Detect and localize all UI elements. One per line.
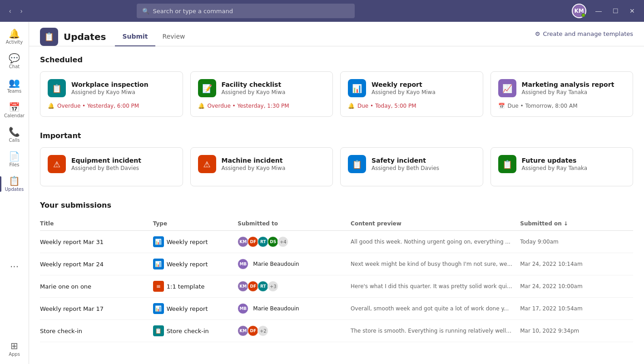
machine-incident-title: Machine incident — [222, 157, 286, 164]
type-label: Weekly report — [167, 305, 208, 312]
more-avatars: +3 — [268, 281, 278, 292]
close-button[interactable]: ✕ — [626, 5, 639, 16]
type-badge: 📊 Weekly report — [153, 259, 238, 269]
title-bar: ‹ › 🔍 Search or type a command KM — ☐ ✕ — [0, 0, 644, 22]
card-machine-incident[interactable]: ⚠ Machine incident Assigned by Kayo Miwa — [190, 147, 333, 186]
calendar-icon: 📅 — [9, 103, 20, 112]
submitted-on: Mar 24, 2022 10:14am — [520, 261, 633, 267]
sidebar-item-more[interactable]: ··· — [2, 259, 27, 275]
important-section: Important ⚠ Equipment incident Assigned … — [40, 131, 633, 186]
search-bar[interactable]: 🔍 Search or type a command — [137, 4, 355, 18]
avatar: KM — [238, 236, 248, 247]
sidebar-label-apps: Apps — [9, 352, 20, 357]
tab-review[interactable]: Review — [155, 27, 193, 46]
equipment-incident-subtitle: Assigned by Beth Davies — [71, 165, 141, 171]
forward-button[interactable]: › — [17, 5, 26, 16]
row-title: Store check-in — [40, 328, 153, 334]
col-submitted-on: Submitted on ↓ — [520, 220, 633, 227]
facility-checklist-status: 🔔 Overdue • Yesterday, 1:30 PM — [198, 103, 326, 109]
marketing-status: 📅 Due • Tomorrow, 8:00 AM — [498, 103, 626, 109]
avatar: DF — [248, 281, 258, 292]
search-placeholder: Search or type a command — [153, 8, 233, 15]
scheduled-title: Scheduled — [40, 55, 633, 64]
avatar: KM — [238, 281, 248, 292]
important-title: Important — [40, 131, 633, 140]
table-row[interactable]: Weekly report Mar 31 📊 Weekly report KM … — [40, 231, 633, 253]
card-workplace-inspection[interactable]: 📋 Workplace inspection Assigned by Kayo … — [40, 71, 183, 117]
table-row[interactable]: Marie one on one ≡ 1:1 template KM DF RT… — [40, 275, 633, 298]
sidebar-item-files[interactable]: 📄 Files — [2, 148, 27, 171]
table-row[interactable]: Weekly report Mar 24 📊 Weekly report MB … — [40, 253, 633, 275]
type-icon: 📋 — [153, 325, 164, 336]
sidebar-item-apps[interactable]: ⊞ Apps — [2, 338, 27, 360]
sidebar-label-chat: Chat — [9, 64, 20, 69]
card-facility-checklist[interactable]: 📝 Facility checklist Assigned by Kayo Mi… — [190, 71, 333, 117]
sidebar-item-calendar[interactable]: 📅 Calendar — [2, 99, 27, 122]
sidebar-label-files: Files — [10, 162, 20, 167]
sidebar-item-calls[interactable]: 📞 Calls — [2, 124, 27, 146]
gear-icon: ⚙ — [535, 30, 540, 37]
table-row[interactable]: Store check-in 📋 Store check-in KM DF +2… — [40, 320, 633, 342]
sidebar-item-updates[interactable]: 📋 Updates — [2, 173, 27, 195]
type-label: 1:1 template — [167, 283, 205, 290]
tab-submit[interactable]: Submit — [115, 27, 155, 46]
card-equipment-incident[interactable]: ⚠ Equipment incident Assigned by Beth Da… — [40, 147, 183, 186]
card-header: 📋 Safety incident Assigned by Beth Davie… — [348, 155, 476, 173]
activity-icon: 🔔 — [9, 29, 20, 38]
avatar: RT — [258, 281, 268, 292]
online-indicator — [581, 13, 585, 17]
submitted-on: Mar 24, 2022 10:00am — [520, 283, 633, 289]
content-preview: All good this week. Nothing urgent going… — [351, 239, 520, 245]
sidebar-item-chat[interactable]: 💬 Chat — [2, 50, 27, 73]
row-title: Marie one on one — [40, 283, 153, 290]
title-bar-right: KM — ☐ ✕ — [572, 4, 639, 18]
sort-icon[interactable]: ↓ — [564, 220, 568, 227]
weekly-report-status: 🔔 Due • Today, 5:00 PM — [348, 103, 476, 109]
window-controls: — ☐ ✕ — [592, 5, 639, 16]
safety-incident-subtitle: Assigned by Beth Davies — [372, 165, 439, 171]
card-weekly-report[interactable]: 📊 Weekly report Assigned by Kayo Miwa 🔔 … — [340, 71, 483, 117]
user-avatar[interactable]: KM — [572, 4, 586, 18]
create-templates-link[interactable]: ⚙ Create and manage templates — [535, 30, 633, 43]
updates-icon: 📋 — [9, 176, 20, 185]
sidebar-label-updates: Updates — [5, 187, 24, 192]
weekly-report-subtitle: Assigned by Kayo Miwa — [372, 89, 436, 95]
submitted-to: MB Marie Beaudouin — [238, 259, 351, 269]
avatar: KM — [238, 325, 248, 336]
submissions-section: Your submissions Title Type Submitted to… — [40, 201, 633, 342]
weekly-report-title: Weekly report — [372, 81, 436, 88]
content-preview: Here's what I did this quarter. It was p… — [351, 283, 520, 289]
future-updates-title: Future updates — [522, 157, 588, 164]
type-label: Store check-in — [167, 328, 209, 334]
back-button[interactable]: ‹ — [5, 5, 15, 16]
scheduled-section: Scheduled 📋 Workplace inspection Assigne… — [40, 55, 633, 117]
chat-icon: 💬 — [9, 54, 20, 63]
card-header: ⚠ Equipment incident Assigned by Beth Da… — [48, 155, 175, 173]
sidebar-label-activity: Activity — [6, 40, 23, 45]
avatar: DF — [248, 325, 258, 336]
card-safety-incident[interactable]: 📋 Safety incident Assigned by Beth Davie… — [340, 147, 483, 186]
sidebar-item-teams[interactable]: 👥 Teams — [2, 75, 27, 97]
facility-checklist-icon: 📝 — [198, 79, 216, 97]
avatar-name: Marie Beaudouin — [253, 261, 299, 267]
table-row[interactable]: Weekly report Mar 17 📊 Weekly report MB … — [40, 298, 633, 320]
sidebar-label-calls: Calls — [9, 138, 20, 143]
row-title: Weekly report Mar 17 — [40, 305, 153, 312]
more-avatars: +2 — [258, 325, 268, 336]
equipment-incident-icon: ⚠ — [48, 155, 66, 173]
type-icon: 📊 — [153, 236, 164, 247]
type-badge: ≡ 1:1 template — [153, 281, 238, 292]
marketing-title: Marketing analysis report — [522, 81, 614, 88]
minimize-button[interactable]: — — [592, 5, 605, 16]
safety-incident-title: Safety incident — [372, 157, 439, 164]
type-icon: 📊 — [153, 303, 164, 314]
sidebar-item-activity[interactable]: 🔔 Activity — [2, 25, 27, 48]
avatar-name: Marie Beaudouin — [253, 305, 299, 312]
marketing-subtitle: Assigned by Ray Tanaka — [522, 89, 614, 95]
card-marketing-analysis[interactable]: 📈 Marketing analysis report Assigned by … — [490, 71, 634, 117]
search-icon: 🔍 — [142, 8, 149, 15]
nav-buttons: ‹ › — [5, 5, 26, 16]
future-updates-subtitle: Assigned by Ray Tanaka — [522, 165, 588, 171]
maximize-button[interactable]: ☐ — [609, 5, 622, 16]
card-future-updates[interactable]: 📋 Future updates Assigned by Ray Tanaka — [490, 147, 634, 186]
